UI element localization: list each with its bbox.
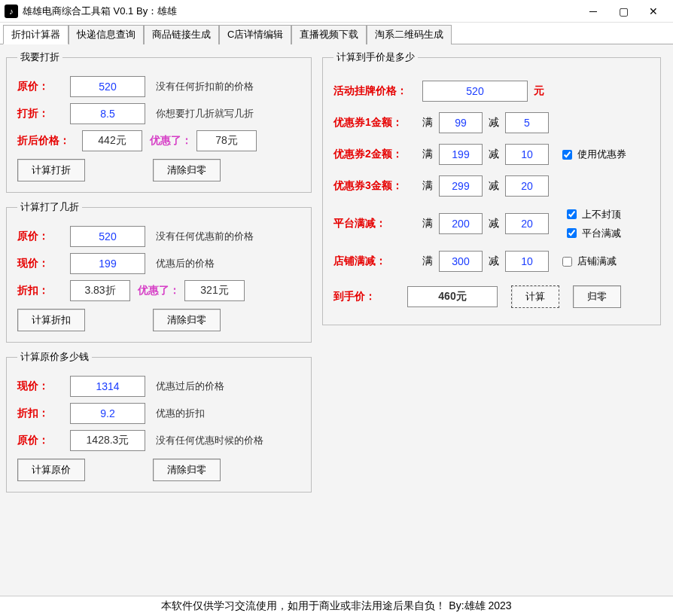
p4-pf-on-check[interactable]: 平台满减	[564, 226, 621, 240]
p2-disc-output: 3.83折	[70, 280, 130, 301]
p1-orig-label: 原价：	[17, 80, 70, 93]
p2-now-label: 现价：	[17, 257, 70, 270]
p4-pf-th-input[interactable]	[439, 213, 483, 234]
p3-clear-button[interactable]: 清除归零	[153, 459, 221, 481]
p4-final-output: 460元	[407, 286, 498, 307]
p3-orig-label: 原价：	[17, 434, 70, 447]
p4-c1-label: 优惠券1金额：	[333, 116, 416, 130]
tab-bar: 折扣计算器 快递信息查询 商品链接生成 C店详情编辑 直播视频下载 淘系二维码生…	[0, 23, 673, 44]
p4-c2-th-input[interactable]	[439, 144, 483, 165]
p3-now-hint: 优惠过后的价格	[156, 380, 224, 393]
panel-calc-original: 计算原价多少钱 现价： 优惠过后的价格 折扣： 优惠的折扣 原价： 1428.3…	[6, 350, 312, 492]
tab-discount-calc[interactable]: 折扣计算器	[3, 25, 69, 44]
panel-final-price: 计算到手价是多少 活动挂牌价格： 元 优惠券1金额： 满 减 优惠券2金额： 满	[322, 50, 661, 325]
p4-no-cap-check[interactable]: 上不封顶	[564, 207, 621, 221]
p1-clear-button[interactable]: 清除归零	[153, 159, 221, 181]
p1-saved-output: 78元	[196, 130, 257, 151]
tab-live-download[interactable]: 直播视频下载	[291, 25, 367, 44]
p4-sp-label: 店铺满减：	[333, 255, 416, 268]
p1-disc-hint: 你想要打几折就写几折	[156, 107, 254, 120]
p4-sp-th-input[interactable]	[439, 251, 483, 272]
window-title: 雄雄电商综合工具箱 V0.1 By：雄雄	[23, 5, 578, 18]
p2-calc-button[interactable]: 计算折扣	[17, 309, 85, 331]
tab-cshop-editor[interactable]: C店详情编辑	[219, 25, 291, 44]
p4-use-coupon-checkbox[interactable]	[562, 150, 572, 160]
p4-tag-unit: 元	[534, 84, 544, 98]
p3-orig-hint: 没有任何优惠时候的价格	[156, 434, 263, 447]
p1-calc-button[interactable]: 计算打折	[17, 159, 85, 181]
p4-pf-label: 平台满减：	[333, 217, 416, 230]
minimize-button[interactable]: ─	[578, 0, 608, 23]
p4-c1-th-input[interactable]	[439, 112, 483, 133]
p1-after-output: 442元	[82, 130, 142, 151]
p2-disc-label: 折扣：	[17, 284, 70, 297]
panel-calc-discount-title: 计算打了几折	[17, 200, 82, 214]
p2-saved-label: 优惠了：	[138, 284, 180, 297]
p3-disc-label: 折扣：	[17, 407, 70, 420]
p3-disc-hint: 优惠的折扣	[156, 407, 205, 420]
p4-c3-amt-input[interactable]	[505, 175, 549, 197]
p2-now-hint: 优惠后的价格	[156, 257, 215, 270]
p4-use-coupon-check[interactable]: 使用优惠券	[559, 148, 626, 162]
p4-no-cap-checkbox[interactable]	[567, 209, 577, 219]
p3-disc-input[interactable]	[70, 403, 145, 424]
p4-c3-label: 优惠券3金额：	[333, 179, 416, 193]
p4-c2-label: 优惠券2金额：	[333, 148, 416, 161]
p4-sp-on-check[interactable]: 店铺满减	[559, 255, 617, 269]
p3-now-label: 现价：	[17, 380, 70, 393]
p1-after-label: 折后价格：	[17, 134, 82, 148]
p3-calc-button[interactable]: 计算原价	[17, 459, 85, 481]
p4-c1-jian: 减	[489, 116, 499, 130]
p3-now-input[interactable]	[70, 376, 145, 397]
p4-sp-amt-input[interactable]	[505, 251, 549, 272]
panel-calc-discount: 计算打了几折 原价： 没有任何优惠前的价格 现价： 优惠后的价格 折扣： 3.8…	[6, 200, 312, 343]
close-button[interactable]: ✕	[638, 0, 668, 23]
app-icon: ♪	[5, 5, 18, 18]
tab-qr-gen[interactable]: 淘系二维码生成	[367, 25, 452, 44]
status-bar: 本软件仅供学习交流使用，如用于商业或非法用途后果自负！ By:雄雄 2023	[0, 596, 673, 616]
client-area: 我要打折 原价： 没有任何折扣前的价格 打折： 你想要打几折就写几折 折后价格：…	[0, 44, 673, 606]
p4-sp-on-checkbox[interactable]	[562, 257, 572, 267]
p4-tag-label: 活动挂牌价格：	[333, 84, 416, 98]
p2-saved-output: 321元	[184, 280, 245, 301]
p4-clear-button[interactable]: 归零	[573, 285, 621, 308]
p2-orig-hint: 没有任何优惠前的价格	[156, 230, 254, 243]
panel-final-price-title: 计算到手价是多少	[333, 50, 418, 64]
p4-c1-man: 满	[422, 116, 433, 130]
tab-express-query[interactable]: 快递信息查询	[69, 25, 144, 44]
tab-link-gen[interactable]: 商品链接生成	[144, 25, 219, 44]
p1-orig-hint: 没有任何折扣前的价格	[156, 80, 254, 93]
p3-orig-output: 1428.3元	[70, 430, 145, 451]
panel-discount: 我要打折 原价： 没有任何折扣前的价格 打折： 你想要打几折就写几折 折后价格：…	[6, 50, 312, 193]
p4-c1-amt-input[interactable]	[505, 112, 549, 133]
p1-orig-input[interactable]	[70, 76, 145, 97]
p1-saved-label: 优惠了：	[150, 134, 192, 148]
p1-disc-label: 打折：	[17, 107, 70, 120]
titlebar: ♪ 雄雄电商综合工具箱 V0.1 By：雄雄 ─ ▢ ✕	[0, 0, 673, 23]
panel-discount-title: 我要打折	[17, 50, 62, 64]
panel-calc-original-title: 计算原价多少钱	[17, 350, 92, 364]
p4-pf-on-checkbox[interactable]	[567, 228, 577, 238]
p2-orig-input[interactable]	[70, 226, 145, 247]
p2-now-input[interactable]	[70, 253, 145, 274]
p2-orig-label: 原价：	[17, 230, 70, 243]
p4-pf-amt-input[interactable]	[505, 213, 549, 234]
p4-tag-input[interactable]	[422, 81, 528, 102]
p1-disc-input[interactable]	[70, 103, 145, 124]
maximize-button[interactable]: ▢	[608, 0, 638, 23]
p4-calc-button[interactable]: 计算	[511, 285, 559, 308]
p4-c2-amt-input[interactable]	[505, 144, 549, 165]
p2-clear-button[interactable]: 清除归零	[153, 309, 221, 331]
p4-c3-th-input[interactable]	[439, 175, 483, 197]
p4-final-label: 到手价：	[333, 290, 394, 303]
